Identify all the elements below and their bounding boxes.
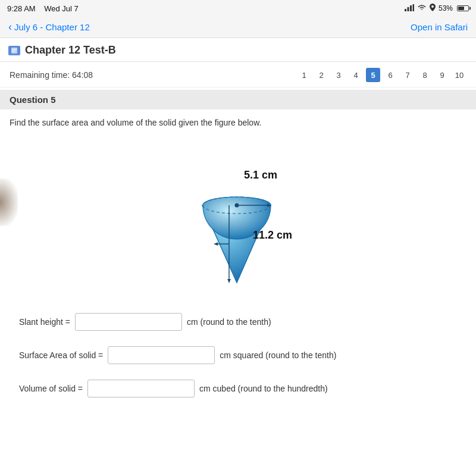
svg-rect-1 [407,7,409,11]
surface-area-input[interactable] [108,346,215,364]
status-bar: 9:28 AM Wed Jul 7 53% [0,0,476,17]
back-chevron-icon: ‹ [8,21,12,33]
figure-svg: 5.1 cm 11.2 cm [143,143,333,298]
slant-height-label: Slant height = [19,317,70,327]
slant-height-row: Slant height = cm (round to the tenth) [10,307,466,337]
volume-suffix: cm cubed (round to the hundredth) [199,384,328,393]
surface-area-label: Surface Area of solid = [19,350,103,360]
slant-height-input[interactable] [75,313,182,331]
volume-input[interactable] [87,380,195,397]
battery-icon [457,5,469,11]
page-title-bar: Chapter 12 Test-B [0,38,476,62]
page-title: Chapter 12 Test-B [25,44,116,57]
svg-rect-5 [11,48,17,54]
page-title-icon [8,46,20,55]
wifi-icon [417,4,427,13]
surface-area-row: Surface Area of solid = cm squared (roun… [10,340,466,370]
question-number-6[interactable]: 6 [383,68,397,82]
figure-container: 5.1 cm 11.2 cm [10,137,466,307]
question-number-4[interactable]: 4 [349,68,363,82]
timer-row: Remaining time: 64:08 12345678910 [0,62,476,87]
question-number-1[interactable]: 1 [297,68,311,82]
main-content: Remaining time: 64:08 12345678910 Questi… [0,62,476,476]
svg-point-4 [431,5,434,8]
svg-rect-2 [410,5,412,11]
status-right: 53% [405,4,469,13]
battery-percentage: 53% [439,4,453,12]
question-number-2[interactable]: 2 [314,68,328,82]
surface-area-suffix: cm squared (round to the tenth) [220,350,336,360]
status-time-day: 9:28 AM Wed Jul 7 [7,4,79,13]
signal-icon [405,4,414,13]
question-header: Question 5 [0,90,476,109]
height-label: 11.2 cm [253,229,292,242]
nav-bar: ‹ July 6 - Chapter 12 Open in Safari [0,17,476,38]
svg-marker-17 [214,242,218,246]
volume-row: Volume of solid = cm cubed (round to the… [10,374,466,403]
open-in-safari-button[interactable]: Open in Safari [411,22,468,32]
nav-back-button[interactable]: ‹ July 6 - Chapter 12 [8,21,90,33]
svg-rect-0 [405,9,406,11]
timer-label: Remaining time: 64:08 [10,70,93,80]
slant-height-suffix: cm (round to the tenth) [187,317,271,327]
question-number-10[interactable]: 10 [452,68,466,82]
question-number-7[interactable]: 7 [400,68,415,82]
question-number-3[interactable]: 3 [331,68,346,82]
question-body: Find the surface area and volume of the … [0,109,476,412]
question-number-5[interactable]: 5 [366,68,380,82]
volume-label: Volume of solid = [19,384,83,393]
svg-marker-15 [227,279,231,283]
question-number-9[interactable]: 9 [435,68,449,82]
question-numbers: 12345678910 [297,68,466,82]
figure-drawing [143,143,333,298]
location-icon [430,4,436,13]
question-number-8[interactable]: 8 [418,68,432,82]
svg-rect-3 [412,4,414,11]
radius-label: 5.1 cm [244,169,277,181]
question-prompt: Find the surface area and volume of the … [10,118,466,127]
nav-back-label: July 6 - Chapter 12 [14,22,90,32]
